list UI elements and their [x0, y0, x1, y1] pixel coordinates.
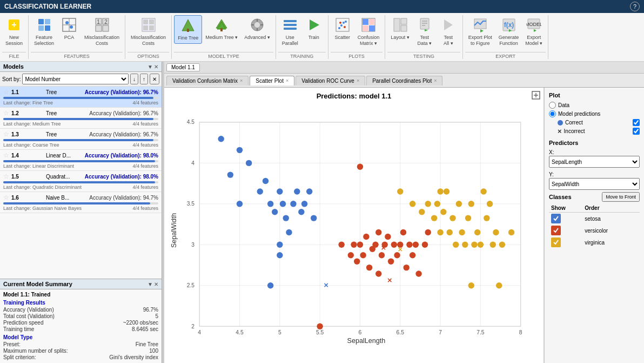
scatter-dot — [277, 252, 283, 258]
data-radio[interactable] — [549, 102, 556, 109]
models-panel-header: Models ▼ ✕ — [0, 62, 162, 72]
y-predictor-select[interactable]: SepalWidth SepalLength PetalLength Petal… — [549, 178, 640, 190]
tab-validation-roc[interactable]: Validation ROC Curve × — [296, 76, 365, 85]
model-lastchange-1-5: Last change: Quadratic Discriminant — [3, 184, 82, 190]
model-accuracy-1-4: Accuracy (Validation): 98.0% — [85, 153, 158, 159]
scatter-dot — [465, 215, 471, 221]
svg-rect-2 — [38, 19, 44, 24]
sort-desc-button[interactable]: ↑ — [140, 74, 148, 84]
model-star-1-3[interactable]: ☆ — [3, 130, 9, 138]
misclassification-costs-button2[interactable]: MisclassificationCosts — [128, 15, 169, 49]
scatter-dot — [237, 201, 243, 207]
confusion-matrix-button[interactable]: ConfusionMatrix ▾ — [354, 15, 383, 49]
use-parallel-button[interactable]: UseParallel — [278, 15, 302, 49]
scatter-dot — [277, 242, 283, 248]
misclassification-icon: 1 2 — [95, 17, 110, 32]
feature-selection-button[interactable]: FeatureSelection — [31, 15, 57, 49]
svg-rect-50 — [401, 18, 407, 24]
incorrect-checkbox[interactable] — [633, 128, 640, 135]
svg-rect-23 — [187, 29, 189, 32]
model-predictions-radio[interactable] — [549, 110, 556, 117]
plot-export-icon[interactable] — [532, 91, 540, 101]
tab-close-scatter[interactable]: × — [286, 78, 289, 83]
export-model-button[interactable]: MODEL ExportModel ▾ — [522, 15, 546, 49]
model-star-1-6[interactable]: ☆ — [3, 194, 9, 201]
fine-tree-button[interactable]: Fine Tree — [174, 15, 202, 44]
tab-close-parallel[interactable]: × — [434, 78, 437, 83]
options-label: MisclassificationCosts — [131, 35, 166, 47]
pca-button[interactable]: PCA — [57, 15, 81, 43]
svg-point-9 — [65, 21, 69, 24]
svg-rect-19 — [149, 19, 154, 24]
misclassification-costs-button[interactable]: 1 2 MisclassificationCosts — [81, 15, 123, 49]
help-button[interactable]: ? — [630, 2, 640, 11]
svg-text:3.5: 3.5 — [187, 201, 195, 207]
correct-checkbox-row: Correct — [558, 119, 640, 126]
model-item-1-2[interactable]: ☆ 1.2 Tree Accuracy (Validation): 96.7% … — [0, 108, 162, 129]
scatter-dot — [338, 242, 344, 248]
train-button[interactable]: Train — [302, 15, 326, 43]
model-item-1-4[interactable]: ☆ 1.4 Linear D... Accuracy (Validation):… — [0, 150, 162, 171]
generate-function-button[interactable]: f(x) GenerateFunction — [495, 15, 522, 49]
svg-text:+: + — [11, 20, 16, 29]
svg-text:2: 2 — [191, 324, 194, 329]
advanced-button[interactable]: Advanced ▾ — [241, 15, 273, 43]
scatter-button[interactable]: Scatter — [331, 15, 354, 43]
models-close-button[interactable]: ✕ — [154, 64, 158, 70]
correct-checkbox[interactable] — [633, 119, 640, 126]
model-star-1-1[interactable]: ☆ — [3, 88, 9, 96]
x-axis-label: SepalLength — [347, 337, 386, 345]
model-star-1-4[interactable]: ☆ — [3, 151, 9, 159]
model-item-1-3[interactable]: ☆ 1.3 Tree Accuracy (Validation): 96.7% … — [0, 129, 162, 150]
model-item-1-1[interactable]: ☆ 1.1 Tree Accuracy (Validation): 96.7% … — [0, 87, 162, 108]
training-time-row: Training time 8.6465 sec — [3, 326, 158, 332]
model-item-1-5[interactable]: ☆ 1.5 Quadrat... Accuracy (Validation): … — [0, 171, 162, 192]
layout-button[interactable]: Layout ▾ — [387, 15, 413, 43]
summary-close-button[interactable]: ✕ — [154, 281, 158, 287]
sort-row: Sort by: Model Number Accuracy Model Typ… — [0, 72, 162, 87]
x-predictor-label: X: — [549, 149, 640, 155]
scatter-dot — [444, 188, 450, 194]
model-item-1-6[interactable]: ☆ 1.6 Naive B... Accuracy (Validation): … — [0, 192, 162, 213]
export-plot-button[interactable]: Export Plotto Figure — [465, 15, 495, 49]
test-data-button[interactable]: TestData ▾ — [413, 15, 437, 49]
tab-close-roc[interactable]: × — [357, 78, 359, 83]
models-collapse-button[interactable]: ▼ — [147, 64, 153, 70]
model-star-1-2[interactable]: ☆ — [3, 109, 9, 117]
confusion-matrix-icon — [361, 17, 376, 32]
scatter-dot — [434, 201, 440, 207]
features-section-label: FEATURES — [31, 52, 123, 59]
sort-select[interactable]: Model Number Accuracy Model Type — [22, 74, 129, 84]
incorrect-marker: × — [324, 281, 328, 289]
svg-text:2: 2 — [104, 19, 108, 25]
svg-rect-13 — [96, 25, 102, 31]
model-star-1-5[interactable]: ☆ — [3, 173, 9, 180]
tab-scatter-plot[interactable]: Scatter Plot × — [250, 76, 294, 85]
x-predictor-select[interactable]: SepalLength SepalWidth PetalLength Petal… — [549, 156, 640, 168]
scatter-dot — [227, 171, 233, 177]
scatter-dot — [462, 242, 468, 248]
move-to-front-button[interactable]: Move to Front — [602, 192, 640, 202]
model-tab-1-1[interactable]: Model 1.1 — [166, 63, 200, 71]
svg-rect-49 — [394, 18, 400, 31]
tab-validation-confusion[interactable]: Validation Confusion Matrix × — [166, 76, 249, 85]
incorrect-label: Incorrect — [564, 128, 585, 134]
tab-parallel-coordinates[interactable]: Parallel Coordinates Plot × — [366, 76, 442, 85]
summary-collapse-button[interactable]: ▼ — [147, 281, 153, 287]
scatter-dot — [294, 188, 300, 194]
models-list: ☆ 1.1 Tree Accuracy (Validation): 96.7% … — [0, 87, 162, 279]
medium-tree-button[interactable]: Medium Tree ▾ — [202, 15, 241, 43]
tab-close-confusion[interactable]: × — [240, 78, 243, 83]
svg-marker-57 — [444, 19, 453, 30]
scatter-dot — [437, 188, 443, 194]
delete-model-button[interactable]: ✕ — [150, 74, 159, 84]
current-model-summary: Current Model Summary ▼ ✕ Model 1.1: Tra… — [0, 279, 162, 363]
incorrect-marker: × — [387, 276, 392, 285]
scatter-icon — [335, 17, 350, 32]
new-session-button[interactable]: + NewSession — [2, 15, 26, 49]
sort-asc-button[interactable]: ↓ — [130, 74, 138, 84]
model-predictions-label: Model predictions — [558, 111, 600, 117]
scatter-dot — [385, 234, 391, 240]
test-all-button[interactable]: TestAll ▾ — [437, 15, 460, 49]
model-type-1-5: Quadrat... — [46, 174, 70, 180]
